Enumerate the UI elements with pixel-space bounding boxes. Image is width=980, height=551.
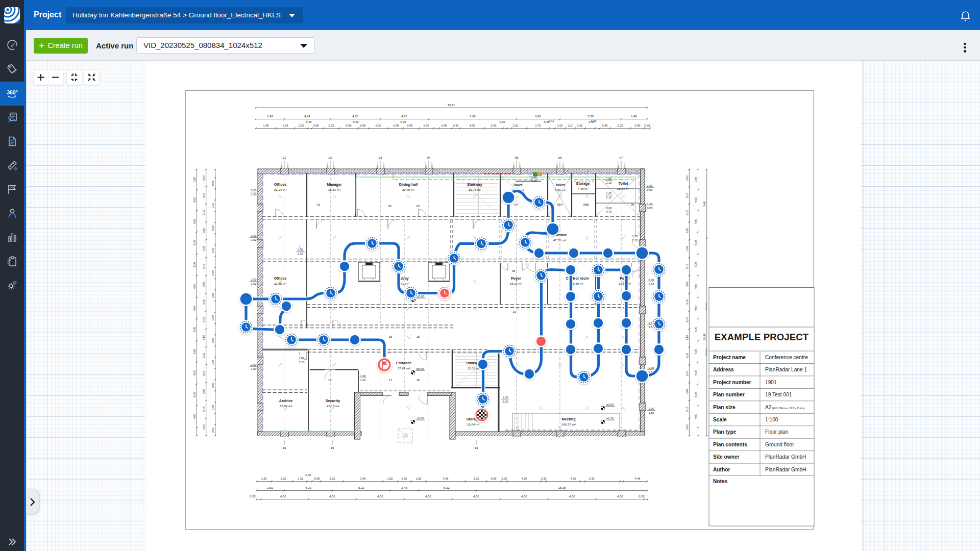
svg-text:2,02: 2,02 bbox=[513, 124, 519, 127]
svg-text:0,80: 0,80 bbox=[647, 188, 653, 191]
svg-text:PlanRadar: PlanRadar bbox=[705, 303, 707, 310]
svg-text:1,00: 1,00 bbox=[647, 184, 653, 187]
svg-text:4,30: 4,30 bbox=[521, 495, 527, 498]
svg-text:0,96: 0,96 bbox=[402, 477, 407, 480]
svg-text:0,30: 0,30 bbox=[306, 473, 311, 477]
svg-text:2,00: 2,00 bbox=[649, 366, 654, 369]
svg-text:14: 14 bbox=[328, 379, 332, 382]
svg-text:0,99: 0,99 bbox=[211, 181, 214, 186]
svg-text:2,10: 2,10 bbox=[632, 239, 638, 242]
svg-text:2,10: 2,10 bbox=[299, 361, 305, 364]
svg-text:15,38: 15,38 bbox=[558, 486, 566, 489]
svg-text:0,90: 0,90 bbox=[193, 177, 196, 182]
svg-text:0,99: 0,99 bbox=[602, 124, 608, 127]
svg-text:Site owner: Site owner bbox=[713, 454, 740, 460]
svg-text:0,30: 0,30 bbox=[453, 124, 459, 127]
svg-text:1,50: 1,50 bbox=[251, 238, 257, 241]
svg-text:4,00: 4,00 bbox=[193, 219, 196, 224]
svg-text:2,00: 2,00 bbox=[251, 189, 257, 192]
svg-text:2,00: 2,00 bbox=[251, 278, 257, 281]
svg-text:2,02: 2,02 bbox=[685, 176, 689, 181]
svg-text:0,99: 0,99 bbox=[407, 124, 413, 127]
svg-text:Meeting: Meeting bbox=[561, 417, 575, 421]
svg-text:1,35: 1,35 bbox=[383, 165, 385, 168]
svg-text:4,00: 4,00 bbox=[193, 262, 196, 267]
svg-text:4,00: 4,00 bbox=[694, 284, 697, 289]
svg-text:Plan contents: Plan contents bbox=[713, 442, 747, 447]
svg-text:4,30: 4,30 bbox=[401, 115, 407, 118]
svg-text:4,00: 4,00 bbox=[193, 197, 196, 203]
svg-text:4,00: 4,00 bbox=[193, 284, 196, 289]
svg-text:PlanRadar: PlanRadar bbox=[705, 348, 707, 356]
svg-text:1,02: 1,02 bbox=[299, 124, 304, 127]
svg-text:1,00: 1,00 bbox=[647, 203, 653, 206]
svg-text:0,90: 0,90 bbox=[694, 177, 697, 182]
svg-text:3,15: 3,15 bbox=[685, 299, 689, 305]
svg-text:PlanRadar Lane 1: PlanRadar Lane 1 bbox=[765, 367, 807, 372]
svg-text:0,90: 0,90 bbox=[425, 165, 427, 168]
svg-text:Plan type: Plan type bbox=[713, 429, 737, 435]
svg-text:4,30: 4,30 bbox=[329, 495, 335, 498]
svg-text:0,99: 0,99 bbox=[314, 477, 320, 480]
svg-text:4,30: 4,30 bbox=[280, 495, 286, 498]
svg-text:1,50: 1,50 bbox=[416, 477, 422, 480]
svg-text:16,16: 16,16 bbox=[703, 333, 706, 340]
svg-text:3,00: 3,00 bbox=[606, 207, 612, 210]
svg-text:0,30: 0,30 bbox=[353, 120, 359, 123]
svg-text:07: 07 bbox=[620, 156, 623, 159]
svg-text:1,35: 1,35 bbox=[562, 165, 565, 168]
svg-text:2,10: 2,10 bbox=[606, 196, 612, 199]
svg-text:06: 06 bbox=[558, 156, 562, 159]
svg-text:4,48: 4,48 bbox=[635, 477, 641, 480]
svg-text:3,15: 3,15 bbox=[685, 335, 689, 340]
svg-text:0,30: 0,30 bbox=[491, 124, 497, 127]
svg-text:19 Test 001: 19 Test 001 bbox=[765, 392, 792, 397]
svg-text:2,51: 2,51 bbox=[267, 486, 273, 489]
svg-text:0,30: 0,30 bbox=[502, 477, 507, 480]
svg-text:4,33: 4,33 bbox=[305, 486, 311, 489]
svg-text:2,02: 2,02 bbox=[685, 210, 689, 215]
svg-text:2,10: 2,10 bbox=[606, 181, 612, 184]
svg-text:2,02: 2,02 bbox=[202, 210, 205, 215]
svg-text:4,30: 4,30 bbox=[377, 495, 383, 498]
svg-text:5,38: 5,38 bbox=[587, 115, 593, 118]
svg-text:1,02: 1,02 bbox=[577, 124, 583, 127]
svg-text:4,30: 4,30 bbox=[473, 495, 479, 498]
svg-text:4,00: 4,00 bbox=[571, 477, 576, 480]
svg-text:30,46 m²: 30,46 m² bbox=[402, 188, 414, 191]
svg-text:16: 16 bbox=[416, 335, 420, 338]
svg-text:4,00: 4,00 bbox=[193, 370, 196, 375]
svg-text:Security: Security bbox=[326, 398, 340, 403]
svg-text:0,33: 0,33 bbox=[250, 495, 255, 498]
svg-text:4,00: 4,00 bbox=[193, 240, 196, 245]
svg-text:4,34: 4,34 bbox=[304, 115, 310, 118]
svg-text:2,02: 2,02 bbox=[211, 293, 214, 298]
svg-text:0,99: 0,99 bbox=[211, 270, 214, 276]
svg-text:2,00: 2,00 bbox=[649, 279, 654, 282]
svg-text:04: 04 bbox=[514, 203, 518, 206]
svg-text:1,35: 1,35 bbox=[287, 165, 289, 168]
svg-text:2,02: 2,02 bbox=[685, 317, 689, 322]
svg-text:0,99: 0,99 bbox=[211, 405, 214, 410]
svg-text:1:100: 1:100 bbox=[765, 417, 778, 422]
svg-text:1,50: 1,50 bbox=[261, 477, 267, 480]
svg-text:0,99: 0,99 bbox=[491, 477, 497, 480]
svg-text:4,00: 4,00 bbox=[193, 327, 196, 332]
svg-text:3,15: 3,15 bbox=[685, 228, 689, 233]
svg-text:1,48: 1,48 bbox=[263, 124, 269, 127]
svg-text:1,50: 1,50 bbox=[649, 411, 654, 414]
svg-text:0,99: 0,99 bbox=[394, 124, 399, 127]
svg-text:04: 04 bbox=[427, 156, 431, 159]
svg-text:Address: Address bbox=[713, 367, 734, 372]
svg-text:0,90: 0,90 bbox=[377, 165, 379, 168]
svg-text:1,73: 1,73 bbox=[535, 124, 541, 127]
svg-text:3,15: 3,15 bbox=[202, 264, 205, 269]
svg-text:3,46: 3,46 bbox=[360, 477, 366, 480]
svg-text:0,99: 0,99 bbox=[360, 124, 366, 127]
svg-text:15: 15 bbox=[389, 335, 392, 338]
svg-text:05A: 05A bbox=[557, 203, 562, 206]
svg-text:0,48: 0,48 bbox=[645, 124, 650, 127]
svg-text:15,54 m²: 15,54 m² bbox=[617, 187, 629, 190]
svg-text:1,50: 1,50 bbox=[251, 367, 257, 370]
svg-text:Offices: Offices bbox=[274, 182, 286, 187]
